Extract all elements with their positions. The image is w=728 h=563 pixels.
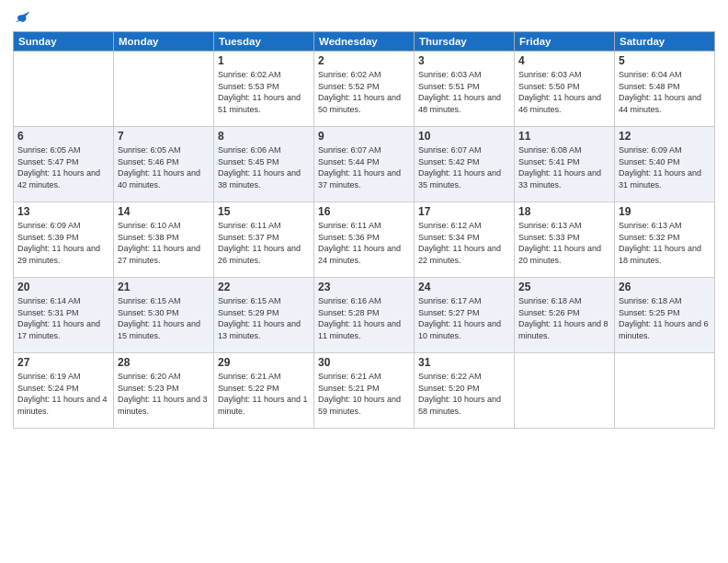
day-info: Sunrise: 6:03 AM Sunset: 5:51 PM Dayligh… bbox=[418, 69, 510, 115]
calendar-cell: 13Sunrise: 6:09 AM Sunset: 5:39 PM Dayli… bbox=[14, 202, 114, 278]
calendar-cell: 28Sunrise: 6:20 AM Sunset: 5:23 PM Dayli… bbox=[114, 353, 214, 429]
day-info: Sunrise: 6:19 AM Sunset: 5:24 PM Dayligh… bbox=[17, 371, 109, 417]
calendar-cell: 6Sunrise: 6:05 AM Sunset: 5:47 PM Daylig… bbox=[14, 127, 114, 202]
day-info: Sunrise: 6:12 AM Sunset: 5:34 PM Dayligh… bbox=[418, 220, 510, 266]
column-header-friday: Friday bbox=[515, 32, 615, 52]
day-number: 6 bbox=[17, 130, 109, 143]
calendar-cell: 20Sunrise: 6:14 AM Sunset: 5:31 PM Dayli… bbox=[14, 278, 114, 353]
day-info: Sunrise: 6:02 AM Sunset: 5:53 PM Dayligh… bbox=[218, 69, 310, 115]
day-info: Sunrise: 6:22 AM Sunset: 5:20 PM Dayligh… bbox=[418, 371, 510, 417]
column-header-saturday: Saturday bbox=[615, 32, 715, 52]
calendar-cell: 7Sunrise: 6:05 AM Sunset: 5:46 PM Daylig… bbox=[114, 127, 214, 202]
calendar-cell: 22Sunrise: 6:15 AM Sunset: 5:29 PM Dayli… bbox=[214, 278, 314, 353]
calendar-header-row: SundayMondayTuesdayWednesdayThursdayFrid… bbox=[14, 32, 715, 52]
day-info: Sunrise: 6:06 AM Sunset: 5:45 PM Dayligh… bbox=[218, 144, 310, 190]
day-number: 31 bbox=[418, 356, 510, 369]
day-info: Sunrise: 6:09 AM Sunset: 5:40 PM Dayligh… bbox=[619, 144, 711, 190]
calendar-cell: 2Sunrise: 6:02 AM Sunset: 5:52 PM Daylig… bbox=[314, 52, 415, 127]
day-number: 30 bbox=[318, 356, 410, 369]
day-info: Sunrise: 6:10 AM Sunset: 5:38 PM Dayligh… bbox=[118, 220, 210, 266]
day-info: Sunrise: 6:18 AM Sunset: 5:26 PM Dayligh… bbox=[518, 295, 610, 341]
calendar-cell: 5Sunrise: 6:04 AM Sunset: 5:48 PM Daylig… bbox=[615, 52, 715, 127]
day-info: Sunrise: 6:03 AM Sunset: 5:50 PM Dayligh… bbox=[518, 69, 610, 115]
day-info: Sunrise: 6:11 AM Sunset: 5:37 PM Dayligh… bbox=[218, 220, 310, 266]
day-number: 24 bbox=[418, 281, 510, 293]
column-header-tuesday: Tuesday bbox=[214, 32, 314, 52]
day-number: 25 bbox=[518, 281, 610, 293]
day-info: Sunrise: 6:09 AM Sunset: 5:39 PM Dayligh… bbox=[17, 220, 109, 266]
calendar-cell: 9Sunrise: 6:07 AM Sunset: 5:44 PM Daylig… bbox=[314, 127, 415, 202]
calendar-week-row: 1Sunrise: 6:02 AM Sunset: 5:53 PM Daylig… bbox=[14, 52, 715, 127]
day-number: 11 bbox=[518, 130, 610, 143]
calendar-cell: 4Sunrise: 6:03 AM Sunset: 5:50 PM Daylig… bbox=[515, 52, 615, 127]
day-info: Sunrise: 6:17 AM Sunset: 5:27 PM Dayligh… bbox=[418, 295, 510, 341]
day-number: 28 bbox=[118, 356, 210, 369]
calendar-cell: 12Sunrise: 6:09 AM Sunset: 5:40 PM Dayli… bbox=[615, 127, 715, 202]
day-number: 5 bbox=[619, 54, 711, 67]
calendar-cell: 11Sunrise: 6:08 AM Sunset: 5:41 PM Dayli… bbox=[515, 127, 615, 202]
calendar-cell: 27Sunrise: 6:19 AM Sunset: 5:24 PM Dayli… bbox=[14, 353, 114, 429]
day-info: Sunrise: 6:13 AM Sunset: 5:33 PM Dayligh… bbox=[518, 220, 610, 266]
day-number: 27 bbox=[17, 356, 109, 369]
day-number: 7 bbox=[118, 130, 210, 143]
day-number: 3 bbox=[418, 54, 510, 67]
day-number: 22 bbox=[218, 281, 310, 293]
day-info: Sunrise: 6:15 AM Sunset: 5:30 PM Dayligh… bbox=[118, 295, 210, 341]
calendar-cell bbox=[114, 52, 214, 127]
day-number: 4 bbox=[518, 54, 610, 67]
header bbox=[13, 9, 715, 26]
day-number: 21 bbox=[118, 281, 210, 293]
calendar-cell bbox=[14, 52, 114, 127]
page: SundayMondayTuesdayWednesdayThursdayFrid… bbox=[0, 0, 728, 563]
day-info: Sunrise: 6:15 AM Sunset: 5:29 PM Dayligh… bbox=[218, 295, 310, 341]
day-info: Sunrise: 6:05 AM Sunset: 5:46 PM Dayligh… bbox=[118, 144, 210, 190]
calendar-cell: 1Sunrise: 6:02 AM Sunset: 5:53 PM Daylig… bbox=[214, 52, 314, 127]
column-header-wednesday: Wednesday bbox=[314, 32, 415, 52]
day-number: 13 bbox=[17, 205, 109, 218]
day-info: Sunrise: 6:13 AM Sunset: 5:32 PM Dayligh… bbox=[619, 220, 711, 266]
day-info: Sunrise: 6:11 AM Sunset: 5:36 PM Dayligh… bbox=[318, 220, 410, 266]
day-info: Sunrise: 6:14 AM Sunset: 5:31 PM Dayligh… bbox=[17, 295, 109, 341]
column-header-sunday: Sunday bbox=[14, 32, 114, 52]
day-number: 2 bbox=[318, 54, 410, 67]
calendar-cell: 23Sunrise: 6:16 AM Sunset: 5:28 PM Dayli… bbox=[314, 278, 415, 353]
day-number: 19 bbox=[619, 205, 711, 218]
calendar-cell: 19Sunrise: 6:13 AM Sunset: 5:32 PM Dayli… bbox=[615, 202, 715, 278]
calendar-cell: 25Sunrise: 6:18 AM Sunset: 5:26 PM Dayli… bbox=[515, 278, 615, 353]
day-number: 14 bbox=[118, 205, 210, 218]
calendar-cell: 31Sunrise: 6:22 AM Sunset: 5:20 PM Dayli… bbox=[415, 353, 515, 429]
calendar-week-row: 6Sunrise: 6:05 AM Sunset: 5:47 PM Daylig… bbox=[14, 127, 715, 202]
calendar-cell: 10Sunrise: 6:07 AM Sunset: 5:42 PM Dayli… bbox=[415, 127, 515, 202]
calendar-week-row: 13Sunrise: 6:09 AM Sunset: 5:39 PM Dayli… bbox=[14, 202, 715, 278]
calendar-cell: 29Sunrise: 6:21 AM Sunset: 5:22 PM Dayli… bbox=[214, 353, 314, 429]
calendar-table: SundayMondayTuesdayWednesdayThursdayFrid… bbox=[13, 31, 715, 429]
calendar-cell: 14Sunrise: 6:10 AM Sunset: 5:38 PM Dayli… bbox=[114, 202, 214, 278]
day-number: 15 bbox=[218, 205, 310, 218]
day-number: 26 bbox=[619, 281, 711, 293]
day-number: 10 bbox=[418, 130, 510, 143]
day-number: 17 bbox=[418, 205, 510, 218]
day-number: 1 bbox=[218, 54, 310, 67]
day-info: Sunrise: 6:02 AM Sunset: 5:52 PM Dayligh… bbox=[318, 69, 410, 115]
calendar-week-row: 27Sunrise: 6:19 AM Sunset: 5:24 PM Dayli… bbox=[14, 353, 715, 429]
day-info: Sunrise: 6:07 AM Sunset: 5:42 PM Dayligh… bbox=[418, 144, 510, 190]
calendar-cell: 3Sunrise: 6:03 AM Sunset: 5:51 PM Daylig… bbox=[415, 52, 515, 127]
day-number: 16 bbox=[318, 205, 410, 218]
day-info: Sunrise: 6:21 AM Sunset: 5:22 PM Dayligh… bbox=[218, 371, 310, 417]
day-number: 18 bbox=[518, 205, 610, 218]
calendar-cell: 18Sunrise: 6:13 AM Sunset: 5:33 PM Dayli… bbox=[515, 202, 615, 278]
calendar-cell: 26Sunrise: 6:18 AM Sunset: 5:25 PM Dayli… bbox=[615, 278, 715, 353]
day-number: 20 bbox=[17, 281, 109, 293]
calendar-cell bbox=[615, 353, 715, 429]
calendar-cell: 24Sunrise: 6:17 AM Sunset: 5:27 PM Dayli… bbox=[415, 278, 515, 353]
day-info: Sunrise: 6:20 AM Sunset: 5:23 PM Dayligh… bbox=[118, 371, 210, 417]
day-info: Sunrise: 6:21 AM Sunset: 5:21 PM Dayligh… bbox=[318, 371, 410, 417]
day-info: Sunrise: 6:18 AM Sunset: 5:25 PM Dayligh… bbox=[619, 295, 711, 341]
day-number: 9 bbox=[318, 130, 410, 143]
calendar-cell: 16Sunrise: 6:11 AM Sunset: 5:36 PM Dayli… bbox=[314, 202, 415, 278]
calendar-week-row: 20Sunrise: 6:14 AM Sunset: 5:31 PM Dayli… bbox=[14, 278, 715, 353]
column-header-thursday: Thursday bbox=[415, 32, 515, 52]
logo bbox=[13, 9, 31, 26]
logo-bird-icon bbox=[15, 9, 31, 26]
calendar-cell bbox=[515, 353, 615, 429]
